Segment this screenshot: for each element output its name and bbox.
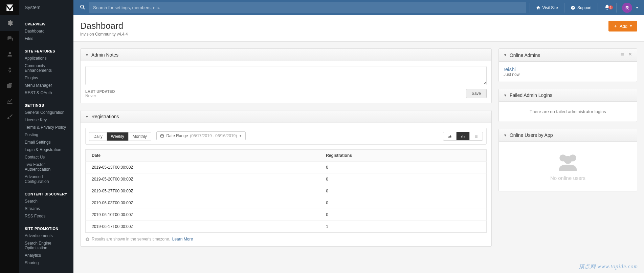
- user-avatar[interactable]: R: [622, 3, 632, 13]
- nav-link-sharing[interactable]: Sharing: [19, 259, 73, 260]
- menu-icon: [620, 52, 625, 57]
- calendar-icon: [160, 134, 164, 138]
- timezone-note-text: Results are shown in the server's timezo…: [92, 237, 170, 241]
- panel-title: Online Users by App: [510, 132, 632, 138]
- save-button[interactable]: Save: [466, 89, 487, 98]
- nav-link-community-enhancements[interactable]: Community Enhancements: [19, 62, 73, 74]
- panel-failed-logins: ▼ Failed Admin Logins There are no faile…: [498, 89, 637, 122]
- nav-link-streams[interactable]: Streams: [19, 205, 73, 212]
- date-range-label: Date Range: [166, 133, 188, 138]
- panel-header[interactable]: ▼ Registrations: [81, 110, 491, 123]
- notification-badge: 2: [608, 5, 613, 9]
- cell-count: 1: [320, 221, 486, 233]
- nav-link-license-key[interactable]: License Key: [19, 116, 73, 124]
- page-subtitle: Invision Community v4.4.4: [80, 32, 128, 37]
- support-label: Support: [577, 5, 592, 10]
- nav-link-analytics[interactable]: Analytics: [19, 252, 73, 259]
- add-button[interactable]: ＋ Add ▼: [608, 21, 637, 31]
- nav-heading: SITE FEATURES: [19, 46, 73, 55]
- app-title: System: [19, 0, 73, 15]
- panel-header[interactable]: ▼ Failed Admin Logins: [499, 89, 637, 102]
- cell-count: 0: [320, 173, 486, 185]
- table-row: 2019-05-20T00:00:00Z0: [86, 173, 487, 185]
- search-input[interactable]: [89, 2, 526, 13]
- nav-link-advanced-configuration[interactable]: Advanced Configuration: [19, 173, 73, 185]
- panel-registrations: ▼ Registrations Daily Weekly Monthly: [80, 110, 492, 247]
- learn-more-link[interactable]: Learn More: [172, 237, 193, 241]
- nav-link-rss-feeds[interactable]: RSS Feeds: [19, 212, 73, 220]
- support-link[interactable]: ? Support: [567, 0, 595, 15]
- table-row: 2019-06-17T00:00:00Z1: [86, 221, 487, 233]
- period-weekly[interactable]: Weekly: [107, 132, 129, 141]
- col-count: Registrations: [320, 150, 486, 162]
- nav-heading: CONTENT DISCOVERY: [19, 189, 73, 197]
- nav-link-general-configuration[interactable]: General Configuration: [19, 109, 73, 116]
- rail-item-system[interactable]: [0, 15, 19, 31]
- col-right: ▼ Online Admins reishi Just now: [498, 48, 637, 253]
- cell-date: 2019-06-17T00:00:00Z: [86, 221, 320, 233]
- notifications-button[interactable]: 2: [601, 4, 614, 11]
- table-row: 2019-05-13T00:00:00Z0: [86, 162, 487, 173]
- admin-name[interactable]: reishi: [504, 66, 632, 72]
- col-left: ▼ Admin Notes LAST UPDATED Never Save: [80, 48, 492, 253]
- nav-link-applications[interactable]: Applications: [19, 55, 73, 62]
- nav-link-two-factor-authentication[interactable]: Two Factor Authentication: [19, 161, 73, 173]
- col-date: Date: [86, 150, 320, 162]
- panel-header[interactable]: ▼ Online Users by App: [499, 129, 637, 142]
- nav-link-terms-privacy-policy[interactable]: Terms & Privacy Policy: [19, 124, 73, 131]
- panel-header[interactable]: ▼ Online Admins: [499, 49, 637, 62]
- rail-item-members[interactable]: [0, 46, 19, 62]
- table-row: 2019-06-10T00:00:00Z0: [86, 209, 487, 221]
- home-icon: [536, 5, 540, 10]
- main: Dashboard Invision Community v4.4.4 ＋ Ad…: [73, 15, 644, 260]
- nav-link-files[interactable]: Files: [19, 35, 73, 42]
- nav-link-advertisements[interactable]: Advertisements: [19, 232, 73, 239]
- panel-header[interactable]: ▼ Admin Notes: [81, 49, 491, 61]
- icon-rail: [0, 0, 19, 260]
- panel-menu-button[interactable]: [620, 52, 625, 58]
- panel-close-button[interactable]: [628, 52, 632, 58]
- period-monthly[interactable]: Monthly: [129, 132, 151, 141]
- panel-online-admins: ▼ Online Admins reishi Just now: [498, 48, 637, 82]
- nav-link-contact-us[interactable]: Contact Us: [19, 153, 73, 161]
- nav-link-dashboard[interactable]: Dashboard: [19, 27, 73, 35]
- nav-link-posting[interactable]: Posting: [19, 131, 73, 139]
- chart-area-button[interactable]: [443, 132, 457, 140]
- period-daily[interactable]: Daily: [89, 132, 107, 141]
- nav-link-search-engine-optimization[interactable]: Search Engine Optimization: [19, 239, 73, 252]
- nav-link-rest-oauth[interactable]: REST & OAuth: [19, 89, 73, 97]
- failed-logins-message: There are no failed administrator logins: [504, 106, 632, 117]
- rail-item-stats[interactable]: [0, 93, 19, 109]
- user-menu-caret[interactable]: ▾: [636, 6, 638, 9]
- caret-down-icon: ▼: [504, 133, 507, 137]
- page-title: Dashboard: [80, 21, 128, 31]
- nav-section: CONTENT DISCOVERYSearchStreamsRSS Feeds: [19, 189, 73, 220]
- rail-item-community[interactable]: [0, 31, 19, 46]
- panel-title: Admin Notes: [91, 52, 487, 58]
- table-row: 2019-06-03T00:00:00Z0: [86, 197, 487, 209]
- online-admin-entry: reishi Just now: [504, 66, 632, 77]
- caret-down-icon: ▼: [504, 53, 507, 57]
- rail-item-customization[interactable]: [0, 109, 19, 124]
- nav-link-login-registration[interactable]: Login & Registration: [19, 146, 73, 153]
- rail-item-pages[interactable]: [0, 78, 19, 93]
- chart-bar-button[interactable]: [457, 132, 470, 140]
- admin-notes-textarea[interactable]: [85, 66, 487, 85]
- users-icon: [556, 152, 580, 172]
- search-icon[interactable]: [80, 4, 86, 11]
- panel-online-users-app: ▼ Online Users by App No online users: [498, 129, 637, 191]
- nav-link-plugins[interactable]: Plugins: [19, 74, 73, 82]
- nav-link-menu-manager[interactable]: Menu Manager: [19, 82, 73, 89]
- date-range-picker[interactable]: Date Range (05/17/2019 - 06/16/2019) ▼: [156, 131, 246, 140]
- nav-link-search[interactable]: Search: [19, 197, 73, 205]
- chart-list-button[interactable]: [470, 132, 483, 140]
- cell-count: 0: [320, 197, 486, 209]
- app-logo[interactable]: [0, 0, 19, 15]
- cell-date: 2019-05-13T00:00:00Z: [86, 162, 320, 173]
- table-row: 2019-05-27T00:00:00Z0: [86, 185, 487, 197]
- rail-item-commerce[interactable]: [0, 62, 19, 78]
- visit-site-link[interactable]: Visit Site: [533, 0, 561, 15]
- nav-link-email-settings[interactable]: Email Settings: [19, 139, 73, 146]
- svg-rect-3: [161, 135, 164, 138]
- svg-rect-8: [87, 239, 88, 240]
